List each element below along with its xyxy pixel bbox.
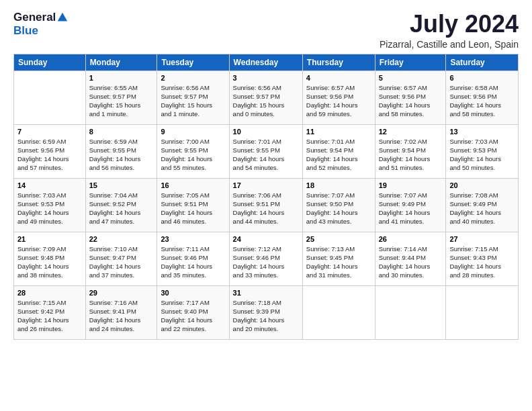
calendar-cell: 2Sunrise: 6:56 AMSunset: 9:57 PMDaylight… <box>157 71 229 124</box>
day-number: 1 <box>89 74 154 82</box>
day-info: Sunrise: 6:55 AMSunset: 9:57 PMDaylight:… <box>89 83 154 119</box>
calendar-week-2: 14Sunrise: 7:03 AMSunset: 9:53 PMDayligh… <box>14 178 519 232</box>
day-number: 29 <box>89 289 154 297</box>
day-info: Sunrise: 7:15 AMSunset: 9:43 PMDaylight:… <box>449 244 515 280</box>
calendar-cell <box>14 71 86 124</box>
day-info: Sunrise: 7:01 AMSunset: 9:55 PMDaylight:… <box>233 137 299 173</box>
calendar-week-3: 21Sunrise: 7:09 AMSunset: 9:48 PMDayligh… <box>14 232 519 285</box>
calendar-cell: 5Sunrise: 6:57 AMSunset: 9:56 PMDaylight… <box>375 71 446 124</box>
day-number: 4 <box>306 74 371 82</box>
day-info: Sunrise: 7:02 AMSunset: 9:54 PMDaylight:… <box>379 137 443 173</box>
calendar-cell <box>375 285 446 339</box>
day-info: Sunrise: 6:56 AMSunset: 9:57 PMDaylight:… <box>233 83 299 119</box>
calendar-cell: 4Sunrise: 6:57 AMSunset: 9:56 PMDaylight… <box>302 71 375 124</box>
day-info: Sunrise: 7:17 AMSunset: 9:40 PMDaylight:… <box>161 298 225 334</box>
calendar-header-sunday: Sunday <box>14 54 86 71</box>
day-number: 9 <box>161 128 225 136</box>
calendar-header-tuesday: Tuesday <box>157 54 229 71</box>
calendar-cell: 19Sunrise: 7:07 AMSunset: 9:49 PMDayligh… <box>375 178 446 232</box>
calendar-cell: 1Sunrise: 6:55 AMSunset: 9:57 PMDaylight… <box>85 71 157 124</box>
day-number: 6 <box>449 74 515 82</box>
logo-general: General <box>13 11 56 24</box>
day-info: Sunrise: 7:12 AMSunset: 9:46 PMDaylight:… <box>233 244 299 280</box>
day-info: Sunrise: 7:07 AMSunset: 9:50 PMDaylight:… <box>306 191 371 226</box>
calendar-cell <box>446 285 519 339</box>
day-info: Sunrise: 7:06 AMSunset: 9:51 PMDaylight:… <box>233 191 299 226</box>
day-number: 12 <box>379 128 443 136</box>
day-number: 17 <box>233 181 299 189</box>
calendar-cell: 11Sunrise: 7:01 AMSunset: 9:54 PMDayligh… <box>302 124 375 178</box>
calendar-cell: 6Sunrise: 6:58 AMSunset: 9:56 PMDaylight… <box>446 71 519 124</box>
day-info: Sunrise: 6:57 AMSunset: 9:56 PMDaylight:… <box>379 83 443 119</box>
calendar-cell: 17Sunrise: 7:06 AMSunset: 9:51 PMDayligh… <box>229 178 302 232</box>
header: General Blue July 2024 Pizarral, Castill… <box>13 11 519 50</box>
day-info: Sunrise: 7:11 AMSunset: 9:46 PMDaylight:… <box>161 244 225 280</box>
day-number: 24 <box>233 235 299 243</box>
calendar-cell: 7Sunrise: 6:59 AMSunset: 9:56 PMDaylight… <box>14 124 86 178</box>
day-info: Sunrise: 6:59 AMSunset: 9:55 PMDaylight:… <box>89 137 154 173</box>
day-info: Sunrise: 6:58 AMSunset: 9:56 PMDaylight:… <box>449 83 515 119</box>
calendar-header-monday: Monday <box>85 54 157 71</box>
day-number: 15 <box>89 181 154 189</box>
main-title: July 2024 <box>380 11 519 38</box>
day-info: Sunrise: 7:04 AMSunset: 9:52 PMDaylight:… <box>89 191 154 226</box>
svg-marker-0 <box>58 13 67 21</box>
day-number: 3 <box>233 74 299 82</box>
day-info: Sunrise: 7:07 AMSunset: 9:49 PMDaylight:… <box>379 191 443 226</box>
calendar-cell: 8Sunrise: 6:59 AMSunset: 9:55 PMDaylight… <box>85 124 157 178</box>
day-info: Sunrise: 7:01 AMSunset: 9:54 PMDaylight:… <box>306 137 371 173</box>
logo-blue: Blue <box>13 24 69 38</box>
day-number: 5 <box>379 74 443 82</box>
day-number: 31 <box>233 289 299 297</box>
logo-icon <box>56 11 69 24</box>
calendar-cell: 24Sunrise: 7:12 AMSunset: 9:46 PMDayligh… <box>229 232 302 285</box>
day-number: 7 <box>17 128 82 136</box>
calendar-cell <box>302 285 375 339</box>
day-number: 21 <box>17 235 82 243</box>
day-number: 14 <box>17 181 82 189</box>
calendar-cell: 31Sunrise: 7:18 AMSunset: 9:39 PMDayligh… <box>229 285 302 339</box>
calendar-week-0: 1Sunrise: 6:55 AMSunset: 9:57 PMDaylight… <box>14 71 519 124</box>
calendar-cell: 15Sunrise: 7:04 AMSunset: 9:52 PMDayligh… <box>85 178 157 232</box>
day-info: Sunrise: 7:18 AMSunset: 9:39 PMDaylight:… <box>233 298 299 334</box>
calendar-cell: 3Sunrise: 6:56 AMSunset: 9:57 PMDaylight… <box>229 71 302 124</box>
page: General Blue July 2024 Pizarral, Castill… <box>0 0 532 411</box>
day-number: 16 <box>161 181 225 189</box>
day-info: Sunrise: 7:14 AMSunset: 9:44 PMDaylight:… <box>379 244 443 280</box>
calendar-header-thursday: Thursday <box>302 54 375 71</box>
calendar-header-friday: Friday <box>375 54 446 71</box>
calendar-cell: 10Sunrise: 7:01 AMSunset: 9:55 PMDayligh… <box>229 124 302 178</box>
calendar-cell: 30Sunrise: 7:17 AMSunset: 9:40 PMDayligh… <box>157 285 229 339</box>
day-number: 25 <box>306 235 371 243</box>
day-number: 19 <box>379 181 443 189</box>
calendar-cell: 26Sunrise: 7:14 AMSunset: 9:44 PMDayligh… <box>375 232 446 285</box>
day-number: 23 <box>161 235 225 243</box>
day-number: 13 <box>449 128 515 136</box>
calendar-cell: 22Sunrise: 7:10 AMSunset: 9:47 PMDayligh… <box>85 232 157 285</box>
subtitle: Pizarral, Castille and Leon, Spain <box>380 39 519 50</box>
day-number: 11 <box>306 128 371 136</box>
calendar-cell: 13Sunrise: 7:03 AMSunset: 9:53 PMDayligh… <box>446 124 519 178</box>
day-number: 8 <box>89 128 154 136</box>
calendar-cell: 29Sunrise: 7:16 AMSunset: 9:41 PMDayligh… <box>85 285 157 339</box>
calendar-header-saturday: Saturday <box>446 54 519 71</box>
calendar-cell: 25Sunrise: 7:13 AMSunset: 9:45 PMDayligh… <box>302 232 375 285</box>
calendar-cell: 23Sunrise: 7:11 AMSunset: 9:46 PMDayligh… <box>157 232 229 285</box>
day-number: 18 <box>306 181 371 189</box>
calendar-cell: 21Sunrise: 7:09 AMSunset: 9:48 PMDayligh… <box>14 232 86 285</box>
calendar-cell: 14Sunrise: 7:03 AMSunset: 9:53 PMDayligh… <box>14 178 86 232</box>
calendar-cell: 12Sunrise: 7:02 AMSunset: 9:54 PMDayligh… <box>375 124 446 178</box>
day-number: 10 <box>233 128 299 136</box>
day-info: Sunrise: 7:13 AMSunset: 9:45 PMDaylight:… <box>306 244 371 280</box>
day-info: Sunrise: 7:16 AMSunset: 9:41 PMDaylight:… <box>89 298 154 334</box>
calendar-cell: 9Sunrise: 7:00 AMSunset: 9:55 PMDaylight… <box>157 124 229 178</box>
day-number: 2 <box>161 74 225 82</box>
title-block: July 2024 Pizarral, Castille and Leon, S… <box>380 11 519 50</box>
calendar-cell: 27Sunrise: 7:15 AMSunset: 9:43 PMDayligh… <box>446 232 519 285</box>
day-number: 26 <box>379 235 443 243</box>
day-info: Sunrise: 7:15 AMSunset: 9:42 PMDaylight:… <box>17 298 82 334</box>
calendar-cell: 16Sunrise: 7:05 AMSunset: 9:51 PMDayligh… <box>157 178 229 232</box>
day-info: Sunrise: 6:59 AMSunset: 9:56 PMDaylight:… <box>17 137 82 173</box>
day-info: Sunrise: 7:00 AMSunset: 9:55 PMDaylight:… <box>161 137 225 173</box>
day-number: 20 <box>449 181 515 189</box>
